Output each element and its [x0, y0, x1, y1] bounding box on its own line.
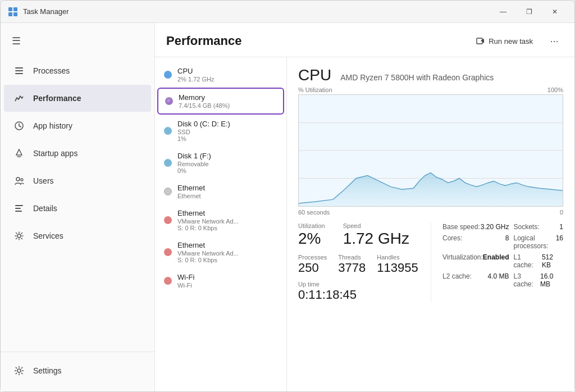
- l2-cache-row: L2 cache: 4.0 MB: [442, 272, 509, 289]
- handles-value: 113955: [377, 261, 418, 275]
- cores-label: Cores:: [442, 234, 462, 250]
- uptime-stat: Up time 0:11:18:45: [298, 281, 431, 302]
- base-speed-value: 3.20 GHz: [481, 223, 509, 231]
- ethernet2-sub: VMware Network Ad...S: 0 R: 0 Kbps: [177, 218, 277, 231]
- cores-value: 8: [505, 234, 509, 250]
- chart-time-end: 0: [560, 209, 563, 216]
- memory-dot: [165, 97, 173, 105]
- device-item-ethernet1[interactable]: Ethernet Ethernet: [157, 179, 284, 204]
- details-label: Details: [33, 204, 57, 213]
- minimize-button[interactable]: —: [490, 3, 516, 21]
- device-item-wifi[interactable]: Wi-Fi Wi-Fi: [157, 268, 284, 293]
- svg-rect-3: [13, 12, 17, 16]
- device-item-disk1[interactable]: Disk 1 (F:) Removable0%: [157, 147, 284, 179]
- window-controls: — ❐ ✕: [490, 3, 568, 21]
- processes-label: Processes: [298, 254, 327, 261]
- base-speed-row: Base speed: 3.20 GHz: [442, 222, 509, 231]
- l1-cache-label: L1 cache:: [514, 253, 542, 269]
- services-icon: [13, 230, 25, 242]
- chart-y-label: % Utilization: [298, 86, 332, 93]
- cpu-label: CPU: [298, 66, 331, 84]
- disk0-name: Disk 0 (C: D: E:): [177, 120, 277, 128]
- maximize-button[interactable]: ❐: [516, 3, 542, 21]
- disk0-info: Disk 0 (C: D: E:) SSD1%: [177, 120, 277, 142]
- startup-icon: [13, 147, 25, 159]
- speed-label: Speed: [343, 222, 409, 229]
- disk0-dot: [164, 127, 172, 135]
- device-item-disk0[interactable]: Disk 0 (C: D: E:) SSD1%: [157, 115, 284, 147]
- sidebar-item-processes[interactable]: Processes: [4, 57, 151, 84]
- l3-cache-row: L3 cache: 16.0 MB: [514, 272, 563, 289]
- svg-point-9: [21, 179, 23, 181]
- sidebar-footer: Settings: [1, 352, 154, 391]
- app-history-icon: [13, 120, 25, 132]
- sockets-value: 1: [559, 223, 563, 231]
- memory-name: Memory: [179, 93, 276, 102]
- users-icon: [13, 175, 25, 187]
- sidebar-nav: Processes Performance: [1, 54, 154, 352]
- cpu-dot: [164, 71, 172, 79]
- base-speed-label: Base speed:: [442, 223, 480, 231]
- utilization-label: Utilization: [298, 222, 325, 229]
- utilization-value: 2%: [298, 229, 325, 248]
- main-content: ☰ Processes: [1, 23, 574, 391]
- device-item-cpu[interactable]: CPU 2% 1.72 GHz: [157, 62, 284, 87]
- sidebar-item-details[interactable]: Details: [4, 195, 151, 222]
- logical-processors-label: Logical processors:: [514, 234, 556, 250]
- wifi-dot: [164, 277, 172, 285]
- chart-y-max: 100%: [547, 86, 563, 93]
- l2-cache-value: 4.0 MB: [488, 272, 509, 288]
- processes-value: 250: [298, 261, 327, 275]
- disk1-dot: [164, 159, 172, 167]
- cores-row: Cores: 8: [442, 234, 509, 250]
- l3-cache-value: 16.0 MB: [540, 272, 563, 288]
- svg-rect-1: [13, 7, 17, 11]
- svg-rect-2: [8, 12, 12, 16]
- device-list: CPU 2% 1.72 GHz Memory 7.4/15.4 GB (48%): [155, 57, 287, 391]
- uptime-value: 0:11:18:45: [298, 288, 431, 302]
- startup-apps-label: Startup apps: [33, 149, 77, 158]
- speed-value: 1.72 GHz: [343, 229, 409, 248]
- device-item-memory[interactable]: Memory 7.4/15.4 GB (48%): [157, 88, 284, 115]
- sidebar-item-services[interactable]: Services: [4, 222, 151, 249]
- sidebar-item-users[interactable]: Users: [4, 167, 151, 194]
- run-new-task-button[interactable]: Run new task: [468, 33, 541, 49]
- threads-stat: Threads 3778: [338, 254, 366, 275]
- handles-stat: Handles 113955: [377, 254, 418, 275]
- virtualization-value: Enabled: [483, 253, 509, 269]
- ethernet3-info: Ethernet VMware Network Ad...S: 0 R: 0 K…: [177, 241, 277, 263]
- wifi-sub: Wi-Fi: [177, 282, 277, 289]
- panel-body: CPU 2% 1.72 GHz Memory 7.4/15.4 GB (48%): [155, 57, 574, 391]
- l1-cache-row: L1 cache: 512 KB: [514, 253, 563, 270]
- app-history-label: App history: [33, 121, 72, 130]
- sidebar-item-startup-apps[interactable]: Startup apps: [4, 140, 151, 167]
- more-options-button[interactable]: ···: [545, 32, 563, 50]
- sidebar-item-app-history[interactable]: App history: [4, 112, 151, 139]
- menu-button[interactable]: ☰: [5, 30, 28, 52]
- close-button[interactable]: ✕: [542, 3, 568, 21]
- svg-rect-6: [15, 73, 23, 74]
- ethernet3-name: Ethernet: [177, 241, 277, 249]
- svg-point-13: [17, 234, 21, 238]
- device-item-ethernet3[interactable]: Ethernet VMware Network Ad...S: 0 R: 0 K…: [157, 236, 284, 268]
- uptime-label: Up time: [298, 281, 431, 288]
- svg-rect-5: [15, 70, 23, 71]
- panel-header: Performance Run new task ···: [155, 23, 574, 57]
- sidebar-item-performance[interactable]: Performance: [4, 85, 151, 112]
- disk1-name: Disk 1 (F:): [177, 152, 277, 160]
- logical-processors-value: 16: [556, 234, 563, 250]
- settings-item[interactable]: Settings: [4, 357, 151, 384]
- titlebar: Task Manager — ❐ ✕: [1, 1, 574, 23]
- l2-cache-label: L2 cache:: [442, 272, 472, 288]
- ethernet1-dot: [164, 188, 172, 195]
- cpu-chart: [298, 94, 563, 207]
- sockets-label: Sockets:: [514, 223, 540, 231]
- users-label: Users: [33, 176, 54, 185]
- window-title: Task Manager: [23, 7, 490, 16]
- cpu-details-panel: CPU AMD Ryzen 7 5800H with Radeon Graphi…: [287, 57, 574, 391]
- stats-left: Utilization 2% Speed 1.72 GHz: [298, 222, 431, 302]
- virtualization-row: Virtualization: Enabled: [442, 253, 509, 270]
- app-icon: [7, 6, 19, 17]
- threads-label: Threads: [338, 254, 366, 261]
- device-item-ethernet2[interactable]: Ethernet VMware Network Ad...S: 0 R: 0 K…: [157, 204, 284, 236]
